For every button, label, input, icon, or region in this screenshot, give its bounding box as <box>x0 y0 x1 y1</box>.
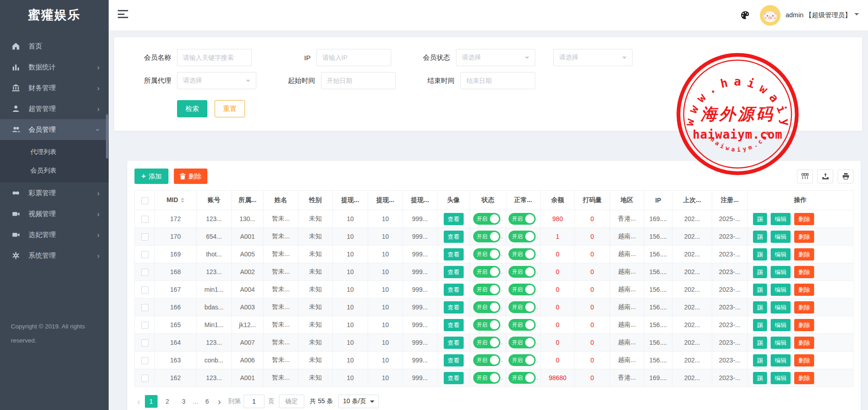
row-checkbox[interactable] <box>141 251 149 258</box>
kick-button[interactable]: 踢 <box>753 354 767 367</box>
sidebar-item-member-list[interactable]: 会员列表 <box>0 161 109 180</box>
row-checkbox[interactable] <box>141 233 149 241</box>
agent-select[interactable]: 请选择 <box>177 72 256 89</box>
row-checkbox[interactable] <box>141 322 149 329</box>
sort-icon[interactable] <box>181 196 184 205</box>
normal-toggle[interactable]: 开启 <box>508 319 536 331</box>
row-delete-button[interactable]: 删除 <box>794 266 814 278</box>
normal-toggle[interactable]: 开启 <box>508 372 536 384</box>
row-checkbox[interactable] <box>141 357 149 364</box>
view-avatar-button[interactable]: 查看 <box>444 301 464 314</box>
page-button-6[interactable]: 6 <box>201 395 213 408</box>
row-delete-button[interactable]: 删除 <box>794 213 814 225</box>
row-delete-button[interactable]: 删除 <box>794 354 814 367</box>
row-checkbox[interactable] <box>141 269 149 276</box>
row-delete-button[interactable]: 删除 <box>794 319 814 331</box>
row-delete-button[interactable]: 删除 <box>794 372 814 384</box>
sidebar-item-lottery[interactable]: 彩票管理 › <box>0 183 109 203</box>
kick-button[interactable]: 踢 <box>753 231 767 243</box>
sidebar-item-home[interactable]: 首页 <box>0 36 109 57</box>
goto-page-input[interactable] <box>244 395 264 408</box>
row-delete-button[interactable]: 删除 <box>794 248 814 260</box>
edit-button[interactable]: 编辑 <box>771 266 791 278</box>
user-menu[interactable]: admin 【超级管理员】 <box>786 11 859 19</box>
kick-button[interactable]: 踢 <box>753 284 767 296</box>
status-toggle[interactable]: 开启 <box>473 231 500 242</box>
print-button[interactable] <box>838 169 854 183</box>
normal-toggle[interactable]: 开启 <box>508 213 536 225</box>
normal-toggle[interactable]: 开启 <box>508 337 536 348</box>
status-toggle[interactable]: 开启 <box>473 319 500 331</box>
row-checkbox[interactable] <box>141 216 149 223</box>
view-avatar-button[interactable]: 查看 <box>444 337 464 349</box>
page-button-3[interactable]: 3 <box>177 395 190 408</box>
member-name-input[interactable] <box>177 49 252 66</box>
normal-toggle[interactable]: 开启 <box>508 354 536 366</box>
next-page-button[interactable]: › <box>215 397 224 406</box>
row-delete-button[interactable]: 删除 <box>794 337 814 349</box>
view-avatar-button[interactable]: 查看 <box>444 284 464 296</box>
edit-button[interactable]: 编辑 <box>771 231 791 243</box>
goto-confirm-button[interactable]: 确定 <box>279 395 304 408</box>
sidebar-scrollbar[interactable] <box>106 114 108 159</box>
page-button-1[interactable]: 1 <box>145 395 158 408</box>
reset-button[interactable]: 重置 <box>215 100 245 117</box>
kick-button[interactable]: 踢 <box>753 213 767 225</box>
row-checkbox[interactable] <box>141 375 149 382</box>
sidebar-item-agent-list[interactable]: 代理列表 <box>0 143 109 161</box>
view-avatar-button[interactable]: 查看 <box>444 248 464 260</box>
start-date-input[interactable] <box>321 72 396 89</box>
status-toggle[interactable]: 开启 <box>473 337 500 348</box>
member-status-select[interactable]: 请选择 <box>456 49 535 66</box>
normal-toggle[interactable]: 开启 <box>508 248 536 260</box>
kick-button[interactable]: 踢 <box>753 319 767 331</box>
view-avatar-button[interactable]: 查看 <box>444 213 464 225</box>
row-delete-button[interactable]: 删除 <box>794 284 814 296</box>
view-avatar-button[interactable]: 查看 <box>444 319 464 331</box>
edit-button[interactable]: 编辑 <box>771 337 791 349</box>
edit-button[interactable]: 编辑 <box>771 354 791 367</box>
edit-button[interactable]: 编辑 <box>771 284 791 296</box>
menu-toggle-icon[interactable] <box>118 10 128 20</box>
prev-page-button[interactable]: ‹ <box>134 397 143 406</box>
page-size-select[interactable]: 10 条/页 <box>338 395 379 408</box>
add-button[interactable]: +添加 <box>134 169 168 184</box>
kick-button[interactable]: 踢 <box>753 372 767 384</box>
theme-palette-icon[interactable] <box>740 10 750 20</box>
status-toggle[interactable]: 开启 <box>473 372 500 384</box>
edit-button[interactable]: 编辑 <box>771 301 791 314</box>
sidebar-item-concubine[interactable]: 选妃管理 › <box>0 224 109 245</box>
end-date-input[interactable] <box>460 72 535 89</box>
extra-filter-select[interactable]: 请选择 <box>553 49 633 66</box>
status-toggle[interactable]: 开启 <box>473 266 500 278</box>
user-avatar[interactable] <box>760 5 781 26</box>
sidebar-item-system[interactable]: 系统管理 › <box>0 245 109 266</box>
status-toggle[interactable]: 开启 <box>473 354 500 366</box>
status-toggle[interactable]: 开启 <box>473 213 500 225</box>
delete-button[interactable]: 删除 <box>174 169 207 184</box>
sidebar-item-video[interactable]: 视频管理 › <box>0 203 109 224</box>
page-button-2[interactable]: 2 <box>161 395 174 408</box>
view-avatar-button[interactable]: 查看 <box>444 372 464 384</box>
ip-input[interactable] <box>317 49 391 66</box>
sidebar-item-superadmin[interactable]: 超管管理 › <box>0 98 109 119</box>
row-checkbox[interactable] <box>141 339 149 347</box>
kick-button[interactable]: 踢 <box>753 337 767 349</box>
edit-button[interactable]: 编辑 <box>771 213 791 225</box>
view-avatar-button[interactable]: 查看 <box>444 354 464 367</box>
sidebar-item-statistics[interactable]: 数据统计 › <box>0 57 109 77</box>
kick-button[interactable]: 踢 <box>753 248 767 260</box>
export-button[interactable] <box>817 169 833 183</box>
edit-button[interactable]: 编辑 <box>771 372 791 384</box>
kick-button[interactable]: 踢 <box>753 266 767 278</box>
row-checkbox[interactable] <box>141 304 149 311</box>
view-avatar-button[interactable]: 查看 <box>444 231 464 243</box>
columns-filter-button[interactable] <box>797 169 813 183</box>
edit-button[interactable]: 编辑 <box>771 248 791 260</box>
row-delete-button[interactable]: 删除 <box>794 301 814 314</box>
normal-toggle[interactable]: 开启 <box>508 284 536 295</box>
kick-button[interactable]: 踢 <box>753 301 767 314</box>
status-toggle[interactable]: 开启 <box>473 301 500 313</box>
normal-toggle[interactable]: 开启 <box>508 266 536 278</box>
col-header-mid[interactable]: MID <box>167 196 178 203</box>
